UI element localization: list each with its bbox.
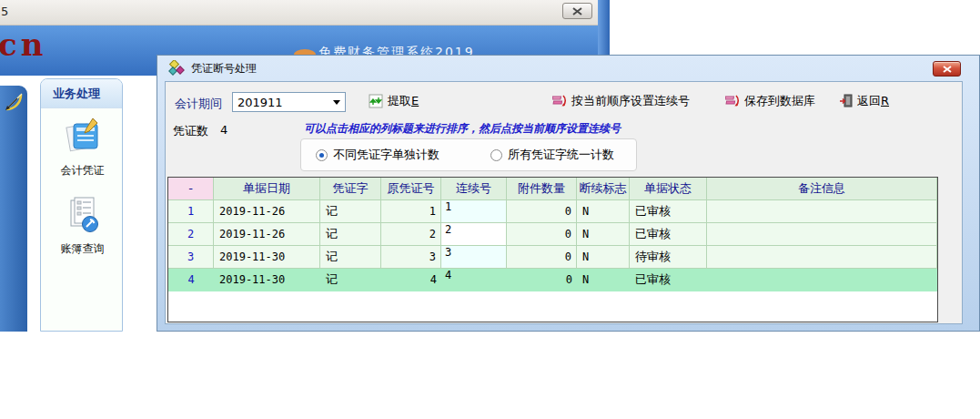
- voucher-icon: [65, 118, 101, 159]
- cell-date[interactable]: 2019-11-26: [214, 200, 320, 223]
- background-window-title-fragment: 5: [1, 5, 8, 18]
- set-sequence-button[interactable]: 按当前顺序设置连续号: [552, 93, 690, 109]
- chevron-down-icon: [333, 100, 340, 105]
- sort-hint-text: 可以点击相应的列标题来进行排序，然后点按当前顺序设置连续号: [304, 121, 621, 137]
- dialog-titlebar[interactable]: 凭证断号处理: [157, 56, 979, 81]
- sidebar-item-label: 账簿查询: [41, 241, 123, 257]
- close-icon: [572, 7, 582, 15]
- brand-logo-fragment: cn: [0, 26, 46, 63]
- column-header-attach[interactable]: 附件数量: [507, 178, 577, 200]
- background-window-close-button[interactable]: [562, 3, 592, 19]
- radio-label: 不同凭证字单独计数: [333, 147, 439, 163]
- return-icon: [839, 94, 853, 108]
- background-window-titlebar: 5: [0, 0, 598, 26]
- cell-break-flag[interactable]: N: [577, 200, 630, 223]
- column-header-break-flag[interactable]: 断续标志: [577, 178, 630, 200]
- cell-break-flag[interactable]: N: [577, 223, 630, 246]
- cell-status[interactable]: 待审核: [630, 246, 707, 269]
- cell-break-flag[interactable]: N: [577, 246, 630, 269]
- cell-word[interactable]: 记: [320, 246, 381, 269]
- cell-orig-no[interactable]: 2: [381, 223, 441, 246]
- sidebar-item-label: 会计凭证: [41, 163, 123, 179]
- row-index[interactable]: 3: [168, 246, 214, 269]
- period-value: 201911: [233, 96, 328, 109]
- row-index[interactable]: 2: [168, 223, 214, 246]
- ledger-icon: [65, 196, 101, 238]
- cell-status[interactable]: 已审核: [630, 223, 707, 246]
- column-header-seq-no[interactable]: 连续号: [441, 178, 507, 200]
- voucher-count-label: 凭证数: [173, 123, 208, 139]
- extract-button[interactable]: 提取E: [369, 93, 419, 109]
- period-combobox[interactable]: 201911: [232, 92, 346, 112]
- radio-unified-count[interactable]: 所有凭证字统一计数: [490, 147, 614, 163]
- sidebar-item-ledger-query[interactable]: 账簿查询: [41, 196, 123, 257]
- cell-remark[interactable]: [707, 223, 937, 246]
- column-header-remark[interactable]: 备注信息: [707, 178, 937, 200]
- sidebar-panel: 业务处理 会计凭证: [40, 78, 123, 332]
- left-nav-strip: [0, 86, 27, 332]
- dialog-client-area: 会计期间 201911 提取E: [165, 81, 963, 324]
- cell-attach[interactable]: 0: [507, 223, 577, 246]
- bow-arrow-icon[interactable]: [3, 91, 25, 113]
- save-to-database-button[interactable]: 保存到数据库: [725, 93, 815, 109]
- row-index[interactable]: 1: [168, 200, 214, 223]
- dialog-close-button[interactable]: [933, 61, 961, 77]
- cell-word[interactable]: 记: [320, 223, 381, 246]
- cell-attach[interactable]: 0: [507, 246, 577, 269]
- voucher-table: - 单据日期 凭证字 原凭证号 连续号 附件数量 断续标志 单据状态 备注信息 …: [168, 178, 937, 291]
- extract-label: 提取: [388, 94, 411, 107]
- cell-orig-no[interactable]: 3: [381, 246, 441, 269]
- cell-seq-no[interactable]: 3: [441, 246, 507, 269]
- cell-date[interactable]: 2019-11-26: [214, 223, 320, 246]
- period-label: 会计期间: [175, 96, 222, 112]
- cell-seq-no[interactable]: 2: [441, 223, 507, 246]
- return-label: 返回: [857, 94, 881, 107]
- cell-status[interactable]: 已审核: [630, 200, 707, 223]
- cell-remark[interactable]: [707, 200, 937, 223]
- voucher-count-value: 4: [220, 123, 227, 137]
- cell-remark[interactable]: [707, 246, 937, 269]
- radio-unselected-icon[interactable]: [490, 149, 502, 161]
- close-icon: [943, 66, 952, 73]
- cell-word[interactable]: 记: [320, 200, 381, 223]
- count-mode-panel: 不同凭证字单独计数 所有凭证字统一计数: [300, 138, 637, 171]
- column-header-orig-no[interactable]: 原凭证号: [381, 178, 441, 200]
- radio-selected-icon[interactable]: [316, 149, 328, 161]
- sort-set-icon: [552, 94, 567, 108]
- extract-icon: [369, 94, 383, 108]
- return-accelerator: R: [881, 94, 889, 107]
- set-sequence-label: 按当前顺序设置连续号: [571, 93, 690, 109]
- cell-seq-no[interactable]: 1: [441, 200, 507, 223]
- cell-attach[interactable]: 0: [507, 200, 577, 223]
- return-button[interactable]: 返回R: [839, 93, 889, 109]
- column-header-status[interactable]: 单据状态: [630, 178, 707, 200]
- extract-accelerator: E: [411, 94, 419, 107]
- cell-date[interactable]: 2019-11-30: [214, 246, 320, 269]
- cell-orig-no[interactable]: 1: [381, 200, 441, 223]
- column-header-word[interactable]: 凭证字: [320, 178, 381, 200]
- voucher-table-panel: - 单据日期 凭证字 原凭证号 连续号 附件数量 断续标志 单据状态 备注信息 …: [167, 177, 938, 322]
- voucher-gap-dialog: 凭证断号处理 会计期间 201911 提取E: [157, 55, 980, 332]
- sidebar-header: 业务处理: [41, 79, 122, 108]
- radio-separate-count[interactable]: 不同凭证字单独计数: [316, 147, 439, 163]
- dialog-title: 凭证断号处理: [191, 61, 257, 77]
- screen: 5 cn 免费财务管理系统2019 业务处理: [0, 0, 980, 419]
- save-to-database-label: 保存到数据库: [744, 93, 815, 109]
- combo-dropdown-button[interactable]: [328, 93, 345, 111]
- sidebar-item-accounting-voucher[interactable]: 会计凭证: [41, 118, 123, 179]
- save-icon: [725, 94, 740, 108]
- column-header-index[interactable]: -: [168, 178, 214, 200]
- dialog-title-icon: [168, 60, 185, 77]
- radio-label: 所有凭证字统一计数: [508, 147, 614, 163]
- column-header-date[interactable]: 单据日期: [214, 178, 320, 200]
